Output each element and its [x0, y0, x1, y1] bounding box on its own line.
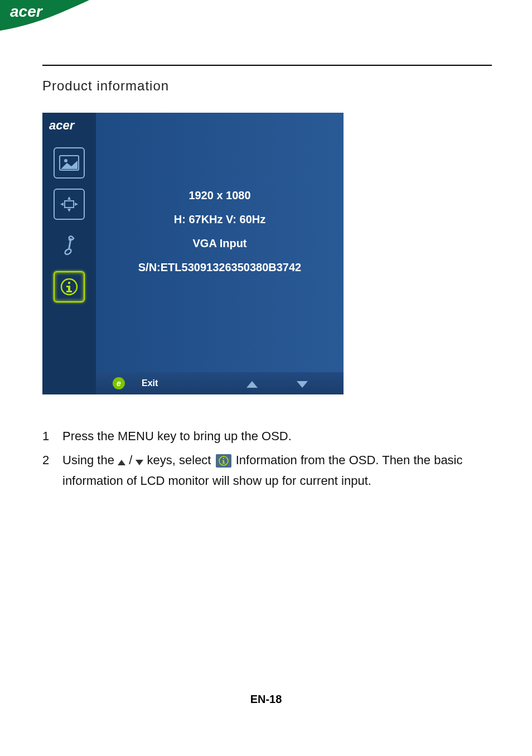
up-arrow-icon: [118, 451, 125, 471]
page-number: EN-18: [0, 693, 532, 706]
down-arrow-icon: [136, 451, 143, 471]
osd-serial: S/N:ETL53091326350380B3742: [138, 261, 301, 274]
instruction-1-text: Press the MENU key to bring up the OSD.: [62, 426, 492, 446]
svg-rect-11: [223, 458, 224, 459]
acer-logo-text: acer: [10, 3, 43, 20]
instruction-1: 1 Press the MENU key to bring up the OSD…: [42, 426, 492, 446]
instruction-2-text: Using the / keys, select Information fro…: [62, 450, 492, 490]
svg-rect-13: [222, 460, 224, 461]
osd-bottom-left-spacer: [42, 372, 96, 394]
eco-icon[interactable]: e: [113, 377, 125, 389]
osd-sidebar: acer: [42, 113, 96, 372]
position-tab-icon[interactable]: [54, 189, 85, 220]
svg-text:acer: acer: [49, 118, 75, 132]
svg-rect-6: [68, 282, 70, 284]
section-title: Product information: [42, 78, 169, 94]
instructions-list: 1 Press the MENU key to bring up the OSD…: [42, 426, 492, 495]
svg-rect-3: [65, 201, 74, 208]
osd-input: VGA Input: [192, 237, 246, 250]
osd-bottom-bar: e Exit: [96, 372, 344, 394]
osd-frequency: H: 67KHz V: 60Hz: [174, 213, 266, 226]
exit-button-label[interactable]: Exit: [142, 378, 158, 388]
inline-info-icon: [216, 454, 231, 468]
svg-rect-14: [222, 463, 225, 464]
osd-resolution: 1920 x 1080: [188, 189, 250, 202]
nav-down-icon[interactable]: [297, 380, 308, 390]
nav-up-icon[interactable]: [246, 380, 258, 390]
svg-point-2: [64, 159, 67, 162]
osd-brand-logo: acer: [47, 117, 91, 134]
instruction-2: 2 Using the / keys, select Infor: [42, 450, 492, 490]
settings-tab-icon[interactable]: [54, 230, 85, 261]
svg-rect-9: [66, 291, 72, 292]
osd-panel: acer: [42, 113, 344, 394]
instruction-2-number: 2: [42, 450, 62, 490]
svg-point-4: [64, 248, 72, 255]
osd-info-content: 1920 x 1080 H: 67KHz V: 60Hz VGA Input S…: [96, 113, 344, 372]
picture-tab-icon[interactable]: [54, 147, 85, 179]
svg-rect-8: [66, 286, 69, 287]
information-tab-icon[interactable]: [54, 271, 85, 302]
instruction-1-number: 1: [42, 426, 62, 446]
horizontal-rule: [42, 65, 492, 66]
header-logo-swoosh: acer: [0, 0, 89, 39]
